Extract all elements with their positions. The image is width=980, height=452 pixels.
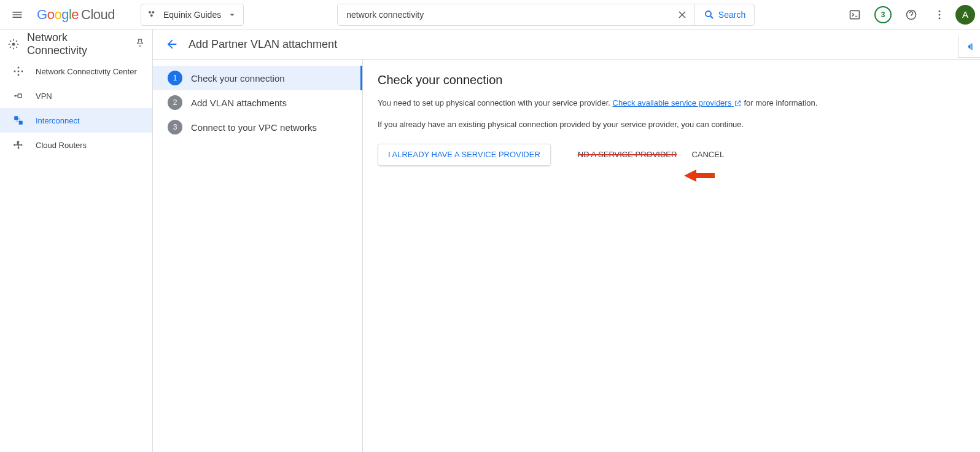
cloud-shell-icon[interactable] [842,2,867,27]
network-connectivity-icon [7,38,20,50]
help-icon[interactable] [899,2,924,27]
svg-rect-16 [18,94,21,98]
avatar[interactable]: A [955,5,975,25]
already-have-provider-button[interactable]: I ALREADY HAVE A SERVICE PROVIDER [378,144,551,166]
pin-icon[interactable] [135,38,145,51]
svg-point-14 [18,74,20,76]
project-selector[interactable]: Equinix Guides [141,4,244,26]
page-title: Add Partner VLAN attachment [189,38,337,51]
hub-icon [12,65,25,77]
search-input[interactable] [338,4,670,25]
svg-point-7 [939,14,941,15]
collapse-panel-icon[interactable] [958,36,980,58]
svg-point-1 [152,11,154,14]
step-list: 1 Check your connection 2 Add VLAN attac… [153,60,363,452]
top-bar: GoogleCloud Equinix Guides Search 3 A [0,0,980,29]
search-bar: Search [337,4,755,26]
step-label: Add VLAN attachments [191,98,287,108]
service-providers-link[interactable]: Check available service providers [613,98,742,107]
svg-point-11 [14,71,16,72]
step-label: Check your connection [191,73,285,84]
search-icon [704,9,715,20]
sidebar: Network Connectivity Network Connectivit… [0,29,153,452]
svg-point-6 [939,10,941,12]
interconnect-icon [12,114,25,127]
svg-rect-17 [14,116,18,120]
svg-point-2 [150,14,153,17]
clear-icon[interactable] [670,4,694,25]
svg-rect-4 [850,10,860,18]
sidebar-item-vpn[interactable]: VPN [0,84,152,108]
search-button-label: Search [718,10,745,20]
header-right: 3 A [842,2,975,27]
panel-paragraph-1: You need to set up physical connection w… [378,97,965,110]
svg-point-9 [12,43,15,46]
svg-point-13 [18,67,20,69]
step-2[interactable]: 2 Add VLAN attachments [153,90,362,115]
step-number: 1 [168,71,182,85]
page-header: Add Partner VLAN attachment [153,29,980,59]
svg-point-10 [18,71,20,72]
more-icon[interactable] [927,2,952,27]
sidebar-item-label: Network Connectivity Center [36,67,137,76]
svg-rect-21 [971,43,973,50]
sidebar-title: Network Connectivity [27,31,128,57]
panel: Check your connection You need to set up… [363,60,980,452]
router-icon [12,139,25,151]
vpn-icon [12,90,25,102]
svg-point-3 [706,11,711,17]
external-link-icon [734,99,742,107]
panel-heading: Check your connection [378,73,965,87]
notification-count: 3 [874,6,892,23]
sidebar-item-ncc[interactable]: Network Connectivity Center [0,59,152,84]
google-cloud-logo[interactable]: GoogleCloud [37,7,115,23]
step-3[interactable]: 3 Connect to your VPC networks [153,115,362,139]
panel-paragraph-2: If you already have an existing physical… [378,119,965,131]
step-number: 3 [168,120,182,134]
sidebar-title-row: Network Connectivity [0,29,152,59]
svg-point-12 [21,71,23,72]
link-text: Check available service providers [613,98,732,107]
cancel-button[interactable]: CANCEL [691,150,724,159]
svg-point-0 [149,11,151,14]
svg-rect-18 [19,121,23,125]
step-number: 2 [168,95,182,110]
back-arrow-icon[interactable] [165,37,179,51]
sidebar-item-interconnect[interactable]: Interconnect [0,108,152,133]
find-provider-button[interactable]: ND A SERVICE PROVIDER [578,150,677,159]
panel-text: for more information. [742,98,818,107]
svg-point-8 [939,17,941,19]
step-1[interactable]: 1 Check your connection [153,66,362,90]
search-button[interactable]: Search [694,4,754,25]
main-area: Add Partner VLAN attachment 1 Check your… [153,29,980,452]
sidebar-item-label: Cloud Routers [36,141,87,150]
action-row: I ALREADY HAVE A SERVICE PROVIDER ND A S… [378,144,965,166]
sidebar-item-label: Interconnect [36,116,80,125]
svg-point-15 [14,95,16,97]
content-area: 1 Check your connection 2 Add VLAN attac… [153,59,980,452]
sidebar-item-label: VPN [36,92,52,101]
project-name: Equinix Guides [163,10,221,20]
panel-text: You need to set up physical connection w… [378,98,613,107]
menu-icon[interactable] [5,2,29,27]
chevron-down-icon [227,10,237,20]
step-label: Connect to your VPC networks [191,122,317,133]
notification-badge[interactable]: 3 [871,2,895,27]
sidebar-item-cloud-routers[interactable]: Cloud Routers [0,133,152,157]
